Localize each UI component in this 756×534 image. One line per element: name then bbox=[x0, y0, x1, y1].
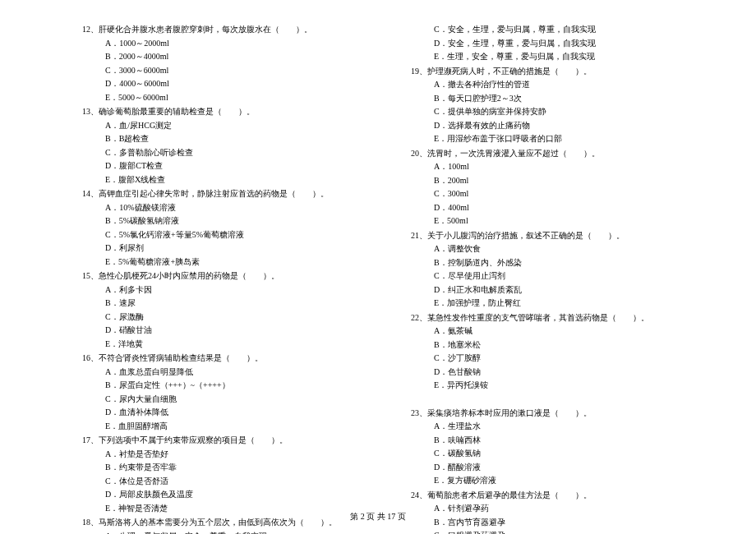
q15-opt-b: B．速尿 bbox=[82, 297, 378, 311]
q20-opt-a: A．100ml bbox=[411, 160, 707, 174]
q17-opt-a: A．衬垫是否垫好 bbox=[82, 448, 378, 462]
question-12: 12、肝硬化合并腹水患者腹腔穿刺时，每次放腹水在（ ）。 A．1000～2000… bbox=[82, 23, 378, 104]
question-13: 13、确诊葡萄胎最重要的辅助检查是（ ）。 A．血/尿HCG测定 B．B超检查 … bbox=[82, 105, 378, 186]
q23-opt-e: E．复方硼砂溶液 bbox=[411, 474, 707, 488]
q16-opt-c: C．尿内大量自细胞 bbox=[82, 393, 378, 407]
q22-opt-c: C．沙丁胺醇 bbox=[411, 352, 707, 366]
q15-opt-a: A．利多卡因 bbox=[82, 283, 378, 297]
q21-opt-a: A．调整饮食 bbox=[411, 242, 707, 256]
q13-opt-c: C．多普勒胎心听诊检查 bbox=[82, 146, 378, 160]
q15-opt-c: C．尿激酶 bbox=[82, 311, 378, 325]
q14-opt-b: B．5%碳酸氢钠溶液 bbox=[82, 214, 378, 228]
q23-stem: 23、采集痰培养标本时应用的漱口液是（ ）。 bbox=[411, 407, 707, 421]
q23-opt-d: D．醋酸溶液 bbox=[411, 461, 707, 475]
q21-opt-c: C．尽早使用止泻剂 bbox=[411, 269, 707, 283]
blank-line bbox=[411, 394, 707, 407]
q19-opt-e: E．用湿纱布盖于张口呼吸者的口部 bbox=[411, 132, 707, 146]
q16-opt-b: B．尿蛋白定性（+++）~（++++） bbox=[82, 379, 378, 393]
q16-opt-a: A．血浆总蛋白明显降低 bbox=[82, 366, 378, 380]
q17-opt-c: C．体位是否舒适 bbox=[82, 475, 378, 489]
q12-opt-b: B．2000～4000ml bbox=[82, 50, 378, 64]
q21-opt-b: B．控制肠道内、外感染 bbox=[411, 256, 707, 270]
q22-opt-d: D．色甘酸钠 bbox=[411, 366, 707, 380]
question-22: 22、某急性发作性重度的支气管哮喘者，其首选药物是（ ）。 A．氨茶碱 B．地塞… bbox=[411, 311, 707, 393]
q16-stem: 16、不符合肾炎性肾病辅助检查结果是（ ）。 bbox=[82, 352, 378, 366]
question-15: 15、急性心肌梗死24小时内应禁用的药物是（ ）。 A．利多卡因 B．速尿 C．… bbox=[82, 269, 378, 351]
question-17: 17、下列选项中不属于约束带应观察的项目是（ ）。 A．衬垫是否垫好 B．约束带… bbox=[82, 434, 378, 515]
q12-opt-d: D．4000～6000ml bbox=[82, 77, 378, 91]
q21-opt-e: E．加强护理，防止臀红 bbox=[411, 297, 707, 311]
q14-opt-d: D．利尿剂 bbox=[82, 242, 378, 255]
q19-stem: 19、护理濒死病人时，不正确的措施是（ ）。 bbox=[411, 65, 707, 79]
q14-opt-e: E．5%葡萄糖溶液+胰岛素 bbox=[82, 255, 378, 269]
q13-opt-a: A．血/尿HCG测定 bbox=[82, 119, 378, 133]
q23-opt-c: C．碳酸氢钠 bbox=[411, 447, 707, 461]
q15-opt-e: E．洋地黄 bbox=[82, 338, 378, 352]
q12-opt-a: A．1000～2000ml bbox=[82, 37, 378, 51]
q12-opt-c: C．3000～6000ml bbox=[82, 64, 378, 78]
q17-stem: 17、下列选项中不属于约束带应观察的项目是（ ）。 bbox=[82, 434, 378, 448]
question-18-right: C．安全，生理，爱与归属，尊重，自我实现 D．安全，生理，尊重，爱与归属，自我实… bbox=[411, 23, 707, 64]
q12-stem: 12、肝硬化合并腹水患者腹腔穿刺时，每次放腹水在（ ）。 bbox=[82, 23, 378, 37]
q19-opt-b: B．每天口腔护理2～3次 bbox=[411, 92, 707, 106]
q20-stem: 20、洗胃时，一次洗胃液灌入量应不超过（ ）。 bbox=[411, 147, 707, 161]
q14-stem: 14、高钾血症引起心律失常时，静脉注射应首选的药物是（ ）。 bbox=[82, 187, 378, 201]
q22-stem: 22、某急性发作性重度的支气管哮喘者，其首选药物是（ ）。 bbox=[411, 311, 707, 325]
q20-opt-b: B．200ml bbox=[411, 174, 707, 188]
page-body: 12、肝硬化合并腹水患者腹腔穿刺时，每次放腹水在（ ）。 A．1000～2000… bbox=[0, 0, 756, 534]
q21-opt-d: D．纠正水和电解质紊乱 bbox=[411, 283, 707, 297]
q13-opt-d: D．腹部CT检查 bbox=[82, 159, 378, 173]
q22-opt-b: B．地塞米松 bbox=[411, 338, 707, 352]
question-19: 19、护理濒死病人时，不正确的措施是（ ）。 A．撤去各种治疗性的管道 B．每天… bbox=[411, 65, 707, 146]
q23-opt-a: A．生理盐水 bbox=[411, 420, 707, 434]
question-23: 23、采集痰培养标本时应用的漱口液是（ ）。 A．生理盐水 B．呋喃西林 C．碳… bbox=[411, 407, 707, 488]
q15-opt-d: D．硝酸甘油 bbox=[82, 324, 378, 338]
q17-opt-b: B．约束带是否牢靠 bbox=[82, 461, 378, 475]
q13-opt-b: B．B超检查 bbox=[82, 132, 378, 146]
q24-stem: 24、葡萄胎患者术后避孕的最佳方法是（ ）。 bbox=[411, 489, 707, 503]
page-footer: 第 2 页 共 17 页 bbox=[0, 511, 756, 522]
question-20: 20、洗胃时，一次洗胃液灌入量应不超过（ ）。 A．100ml B．200ml … bbox=[411, 147, 707, 228]
q22-opt-a: A．氨茶碱 bbox=[411, 325, 707, 338]
q21-stem: 21、关于小儿腹泻的治疗措施，叙述不正确的是（ ）。 bbox=[411, 229, 707, 243]
q18-opt-a: A．生理，爱与归属，安全，尊重，自我实现 bbox=[82, 530, 378, 535]
q19-opt-a: A．撤去各种治疗性的管道 bbox=[411, 78, 707, 92]
q18-opt-e: E．生理，安全，尊重，爱与归属，自我实现 bbox=[411, 50, 707, 64]
q19-opt-c: C．提供单独的病室并保持安静 bbox=[411, 105, 707, 119]
q12-opt-e: E．5000～6000ml bbox=[82, 91, 378, 105]
q18-opt-c: C．安全，生理，爱与归属，尊重，自我实现 bbox=[411, 23, 707, 37]
q14-opt-c: C．5%氯化钙溶液+等量5%葡萄糖溶液 bbox=[82, 228, 378, 242]
q17-opt-d: D．局部皮肤颜色及温度 bbox=[82, 488, 378, 502]
question-16: 16、不符合肾炎性肾病辅助检查结果是（ ）。 A．血浆总蛋白明显降低 B．尿蛋白… bbox=[82, 352, 378, 433]
q24-opt-c: C．口服避孕药避孕 bbox=[411, 529, 707, 534]
q16-opt-e: E．血胆固醇增高 bbox=[82, 420, 378, 434]
q20-opt-d: D．400ml bbox=[411, 201, 707, 215]
q22-opt-e: E．异丙托溴铵 bbox=[411, 379, 707, 393]
q13-opt-e: E．腹部X线检查 bbox=[82, 173, 378, 187]
q13-stem: 13、确诊葡萄胎最重要的辅助检查是（ ）。 bbox=[82, 105, 378, 119]
question-21: 21、关于小儿腹泻的治疗措施，叙述不正确的是（ ）。 A．调整饮食 B．控制肠道… bbox=[411, 229, 707, 311]
q18-opt-d: D．安全，生理，尊重，爱与归属，自我实现 bbox=[411, 37, 707, 51]
q23-opt-b: B．呋喃西林 bbox=[411, 434, 707, 448]
q15-stem: 15、急性心肌梗死24小时内应禁用的药物是（ ）。 bbox=[82, 269, 378, 283]
q16-opt-d: D．血清补体降低 bbox=[82, 406, 378, 420]
q20-opt-c: C．300ml bbox=[411, 187, 707, 201]
right-column: C．安全，生理，爱与归属，尊重，自我实现 D．安全，生理，尊重，爱与归属，自我实… bbox=[403, 23, 707, 534]
q14-opt-a: A．10%硫酸镁溶液 bbox=[82, 201, 378, 215]
left-column: 12、肝硬化合并腹水患者腹腔穿刺时，每次放腹水在（ ）。 A．1000～2000… bbox=[82, 23, 403, 534]
q20-opt-e: E．500ml bbox=[411, 214, 707, 228]
question-14: 14、高钾血症引起心律失常时，静脉注射应首选的药物是（ ）。 A．10%硫酸镁溶… bbox=[82, 187, 378, 269]
q19-opt-d: D．选择最有效的止痛药物 bbox=[411, 119, 707, 133]
